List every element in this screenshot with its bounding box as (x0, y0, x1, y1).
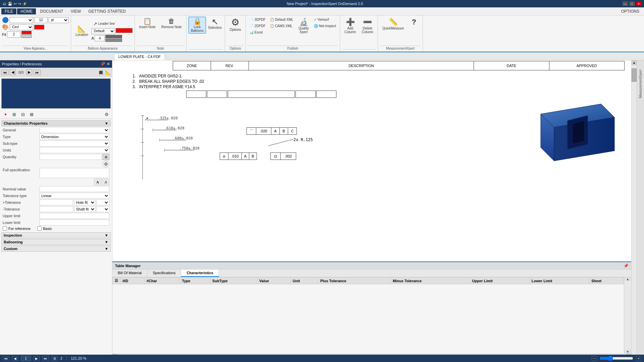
status-page-input[interactable] (21, 356, 31, 361)
leader-size-input[interactable] (95, 35, 105, 41)
right-scroll-up[interactable]: ▲ (632, 60, 637, 65)
ballooning-header[interactable]: Ballooning ▼ (1, 239, 111, 245)
upper-limit-input[interactable] (40, 213, 109, 219)
toolbar-icon-2[interactable]: ⊞ (10, 111, 18, 118)
shaft-fit-value-dropdown[interactable] (96, 206, 109, 212)
menu-view[interactable]: VIEW (67, 8, 85, 14)
leader-line-btn[interactable]: ↗ Leader line (92, 20, 132, 27)
color-swatch-3[interactable] (21, 35, 32, 38)
for-reference-checkbox[interactable] (3, 226, 7, 231)
fit-input[interactable] (7, 32, 20, 38)
nominal-input[interactable]: .680 (40, 186, 109, 192)
prop-icon-btn[interactable]: ♻ (103, 161, 109, 167)
toolbar-icon-4[interactable]: ⊠ (28, 111, 36, 118)
3dpdf-btn[interactable]: 📄3DPDF (248, 17, 267, 22)
inspection-header[interactable]: Inspection ▼ (1, 232, 111, 238)
quickmeasure-btn[interactable]: 📏 QuickMeasure (380, 17, 406, 31)
add-column-btn[interactable]: ➕ AddColumn (342, 17, 358, 35)
status-nav-last[interactable]: ⏭ (42, 356, 49, 361)
text-color-2[interactable] (105, 39, 122, 42)
basic-checkbox[interactable] (37, 226, 42, 231)
insert-note-btn[interactable]: 📋 Insert Note (137, 17, 158, 30)
balloon-type-combo[interactable] (10, 17, 33, 23)
lock-balloons-btn[interactable]: 🔒 LockBalloons (189, 17, 206, 34)
col-unit[interactable]: Unit (290, 278, 318, 284)
nav-last[interactable]: ⏭ (34, 70, 41, 75)
select-btn[interactable]: ↖ Selection (207, 17, 223, 31)
col-plus-tol[interactable]: Plus Tolerance (318, 278, 391, 284)
toolbar-icon-1[interactable]: ✦ (1, 111, 9, 118)
menu-home[interactable]: HOME (17, 8, 36, 14)
help-btn[interactable]: ? (407, 17, 421, 27)
close-button[interactable]: ✕ (636, 1, 641, 6)
color-swatch-1[interactable] (34, 25, 44, 29)
menu-file[interactable]: FILE (1, 8, 16, 14)
font-size-input[interactable] (34, 17, 48, 23)
color-swatch-2[interactable] (21, 31, 32, 34)
verisurf-btn[interactable]: ✓Verisurf (312, 17, 338, 22)
menu-options[interactable]: OPTIONS (618, 8, 643, 14)
col-lower-limit[interactable]: Lower Limit (529, 278, 589, 284)
col-sheet[interactable]: Sheet (589, 278, 624, 284)
toolbar-icon-3[interactable]: ⊟ (19, 111, 27, 118)
col-id[interactable]: #ID (120, 278, 145, 284)
quantity-btn[interactable]: ⊞ (103, 154, 109, 160)
xy-button[interactable]: 📐 Location (73, 24, 91, 38)
minus-tolerance-input[interactable] (40, 206, 73, 212)
status-nav-prev[interactable]: ◀ (12, 356, 18, 361)
toolbar-icon-5[interactable]: ⚙ (103, 111, 111, 118)
nav-first[interactable]: ⏮ (1, 70, 8, 75)
menu-getting-started[interactable]: GETTING STARTED (85, 8, 129, 14)
remove-note-btn[interactable]: 🗑 Remove Note (159, 17, 184, 30)
cams-xml-btn[interactable]: 📋CAMS XML (268, 23, 295, 29)
col-type[interactable]: Type (180, 278, 210, 284)
hole-fit-value-dropdown[interactable] (96, 199, 109, 205)
tab-bill-of-material[interactable]: Bill Of Material (112, 269, 148, 277)
status-nav-next[interactable]: ▶ (34, 356, 40, 361)
tolerance-type-dropdown[interactable]: Linear (40, 193, 109, 199)
units-dropdown[interactable] (40, 147, 109, 153)
col-value[interactable]: Value (257, 278, 291, 284)
char-props-header[interactable]: Characteristic Properties ▼ (1, 120, 111, 126)
default-combo[interactable]: Default (92, 28, 115, 34)
vscroll-up[interactable]: ▲ (626, 277, 630, 281)
status-fit-btn[interactable]: ⊞ (52, 356, 58, 361)
nav-icon-btn-1[interactable]: 🔳 (98, 70, 104, 75)
table-manager-pin[interactable]: 📌 (624, 263, 629, 268)
menu-document[interactable]: DOCUMENT (37, 8, 66, 14)
nav-prev[interactable]: ◀ (10, 69, 16, 75)
options-btn[interactable]: ⚙ Options (227, 17, 243, 33)
col-subtype[interactable]: SubType (210, 278, 257, 284)
tab-specifications[interactable]: Specifications (148, 269, 181, 277)
leader-color[interactable] (116, 28, 132, 33)
quantity-input[interactable] (40, 154, 102, 160)
full-spec-textarea[interactable] (40, 168, 109, 178)
default-xml-btn[interactable]: 📋Default XML (268, 17, 295, 22)
status-nav-first[interactable]: ⏮ (3, 356, 9, 361)
subtype-dropdown[interactable] (40, 140, 109, 146)
hole-fit-dropdown[interactable]: Hole fit (74, 199, 96, 205)
doc-tab-lower-plate[interactable]: LOWER PLATE - C4.PDF (114, 53, 165, 60)
font-unit-combo[interactable]: pt (49, 17, 69, 23)
general-dropdown[interactable] (40, 127, 109, 133)
plus-tolerance-input[interactable] (40, 199, 73, 205)
quality-xpert-btn[interactable]: 🔬 QualityXpert (296, 17, 311, 35)
excel-btn[interactable]: 📊Excel (248, 29, 267, 35)
minimize-button[interactable]: — (623, 1, 628, 6)
format-btn-1[interactable]: A (94, 179, 101, 185)
nav-next[interactable]: ▶ (26, 69, 32, 75)
format-btn-2[interactable]: A (102, 179, 109, 185)
measurement-xpert-tab[interactable]: MeasurementXpert (638, 67, 643, 101)
zoom-in-btn[interactable]: + (636, 356, 641, 361)
net-inspect-btn[interactable]: 🌐Net-Inspect (312, 23, 338, 29)
tab-characteristics[interactable]: Characteristics (181, 269, 219, 277)
vscroll-down[interactable]: ▼ (626, 350, 630, 354)
shape-combo[interactable]: Circl (10, 24, 33, 30)
nav-icon-btn-2[interactable]: 📐 (105, 70, 111, 75)
col-upper-limit[interactable]: Upper Limit (470, 278, 529, 284)
pin-button[interactable]: 📌 (100, 62, 105, 66)
window-controls[interactable]: — □ ✕ (623, 1, 641, 6)
lower-limit-input[interactable] (40, 220, 109, 226)
maximize-button[interactable]: □ (629, 1, 635, 6)
text-color-1[interactable] (105, 35, 122, 38)
